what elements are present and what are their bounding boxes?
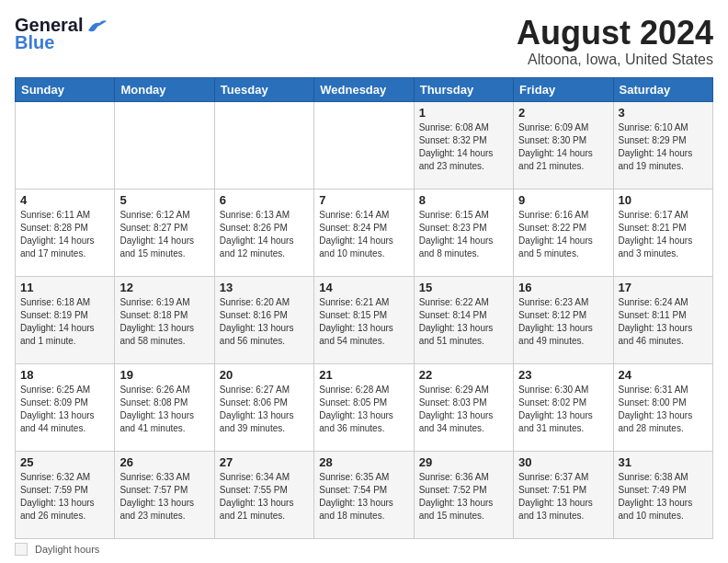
calendar-cell: 28Sunrise: 6:35 AM Sunset: 7:54 PM Dayli… bbox=[314, 451, 414, 538]
day-info: Sunrise: 6:24 AM Sunset: 8:11 PM Dayligh… bbox=[619, 296, 708, 348]
title-block: August 2024 Altoona, Iowa, United States bbox=[517, 15, 713, 68]
day-number: 5 bbox=[119, 193, 209, 207]
calendar-header-thursday: Thursday bbox=[414, 77, 513, 101]
day-info: Sunrise: 6:22 AM Sunset: 8:14 PM Dayligh… bbox=[419, 296, 508, 348]
calendar-cell: 14Sunrise: 6:21 AM Sunset: 8:15 PM Dayli… bbox=[314, 276, 414, 363]
day-number: 22 bbox=[419, 368, 508, 382]
daylight-box-icon bbox=[15, 543, 28, 556]
calendar-cell: 18Sunrise: 6:25 AM Sunset: 8:09 PM Dayli… bbox=[16, 363, 115, 451]
day-number: 12 bbox=[119, 281, 209, 294]
calendar-cell: 5Sunrise: 6:12 AM Sunset: 8:27 PM Daylig… bbox=[115, 189, 214, 276]
calendar-header-row: SundayMondayTuesdayWednesdayThursdayFrid… bbox=[16, 77, 713, 101]
calendar-cell: 27Sunrise: 6:34 AM Sunset: 7:55 PM Dayli… bbox=[214, 451, 313, 538]
page-subtitle: Altoona, Iowa, United States bbox=[517, 52, 713, 68]
calendar-cell: 16Sunrise: 6:23 AM Sunset: 8:12 PM Dayli… bbox=[514, 276, 613, 363]
day-number: 17 bbox=[619, 281, 708, 294]
calendar-cell: 2Sunrise: 6:09 AM Sunset: 8:30 PM Daylig… bbox=[514, 101, 613, 189]
day-number: 4 bbox=[20, 193, 109, 207]
calendar-week-1: 1Sunrise: 6:08 AM Sunset: 8:32 PM Daylig… bbox=[16, 101, 713, 189]
day-info: Sunrise: 6:17 AM Sunset: 8:21 PM Dayligh… bbox=[619, 209, 708, 260]
day-number: 16 bbox=[518, 281, 608, 294]
day-info: Sunrise: 6:28 AM Sunset: 8:05 PM Dayligh… bbox=[319, 384, 408, 435]
page: General Blue August 2024 Altoona, Iowa, … bbox=[0, 0, 728, 563]
day-info: Sunrise: 6:13 AM Sunset: 8:26 PM Dayligh… bbox=[220, 209, 309, 260]
calendar-week-3: 11Sunrise: 6:18 AM Sunset: 8:19 PM Dayli… bbox=[16, 276, 713, 363]
day-number: 23 bbox=[518, 368, 608, 382]
calendar-cell bbox=[115, 101, 214, 189]
day-info: Sunrise: 6:16 AM Sunset: 8:22 PM Dayligh… bbox=[518, 209, 608, 260]
calendar-cell: 1Sunrise: 6:08 AM Sunset: 8:32 PM Daylig… bbox=[414, 101, 513, 189]
calendar-cell: 26Sunrise: 6:33 AM Sunset: 7:57 PM Dayli… bbox=[115, 451, 214, 538]
calendar-header-saturday: Saturday bbox=[613, 77, 712, 101]
day-info: Sunrise: 6:18 AM Sunset: 8:19 PM Dayligh… bbox=[20, 296, 109, 348]
footer: Daylight hours bbox=[15, 543, 713, 556]
day-number: 28 bbox=[319, 455, 408, 469]
day-info: Sunrise: 6:35 AM Sunset: 7:54 PM Dayligh… bbox=[319, 471, 408, 523]
calendar-header-monday: Monday bbox=[115, 77, 214, 101]
day-number: 25 bbox=[20, 455, 109, 469]
calendar-cell: 9Sunrise: 6:16 AM Sunset: 8:22 PM Daylig… bbox=[514, 189, 613, 276]
day-info: Sunrise: 6:19 AM Sunset: 8:18 PM Dayligh… bbox=[119, 296, 209, 348]
day-number: 18 bbox=[20, 368, 109, 382]
logo: General Blue bbox=[15, 15, 107, 53]
day-info: Sunrise: 6:30 AM Sunset: 8:02 PM Dayligh… bbox=[518, 384, 608, 435]
day-info: Sunrise: 6:21 AM Sunset: 8:15 PM Dayligh… bbox=[319, 296, 408, 348]
calendar-cell: 22Sunrise: 6:29 AM Sunset: 8:03 PM Dayli… bbox=[414, 363, 513, 451]
calendar-week-4: 18Sunrise: 6:25 AM Sunset: 8:09 PM Dayli… bbox=[16, 363, 713, 451]
calendar-cell: 7Sunrise: 6:14 AM Sunset: 8:24 PM Daylig… bbox=[314, 189, 414, 276]
calendar-cell bbox=[314, 101, 414, 189]
calendar-cell: 31Sunrise: 6:38 AM Sunset: 7:49 PM Dayli… bbox=[613, 451, 712, 538]
calendar-header-friday: Friday bbox=[514, 77, 613, 101]
day-number: 24 bbox=[619, 368, 708, 382]
day-number: 9 bbox=[518, 193, 608, 207]
day-number: 27 bbox=[220, 455, 309, 469]
calendar-cell: 23Sunrise: 6:30 AM Sunset: 8:02 PM Dayli… bbox=[514, 363, 613, 451]
day-number: 11 bbox=[20, 281, 109, 294]
calendar-cell: 17Sunrise: 6:24 AM Sunset: 8:11 PM Dayli… bbox=[613, 276, 712, 363]
calendar-cell bbox=[16, 101, 115, 189]
calendar-cell: 29Sunrise: 6:36 AM Sunset: 7:52 PM Dayli… bbox=[414, 451, 513, 538]
calendar-cell: 19Sunrise: 6:26 AM Sunset: 8:08 PM Dayli… bbox=[115, 363, 214, 451]
calendar-cell: 11Sunrise: 6:18 AM Sunset: 8:19 PM Dayli… bbox=[16, 276, 115, 363]
daylight-label: Daylight hours bbox=[35, 544, 99, 555]
day-number: 30 bbox=[518, 455, 608, 469]
day-number: 14 bbox=[319, 281, 408, 294]
day-number: 21 bbox=[319, 368, 408, 382]
day-number: 3 bbox=[619, 106, 708, 120]
day-info: Sunrise: 6:14 AM Sunset: 8:24 PM Dayligh… bbox=[319, 209, 408, 260]
day-info: Sunrise: 6:20 AM Sunset: 8:16 PM Dayligh… bbox=[220, 296, 309, 348]
header: General Blue August 2024 Altoona, Iowa, … bbox=[15, 15, 713, 68]
day-number: 2 bbox=[518, 106, 608, 120]
calendar-cell: 10Sunrise: 6:17 AM Sunset: 8:21 PM Dayli… bbox=[613, 189, 712, 276]
day-info: Sunrise: 6:09 AM Sunset: 8:30 PM Dayligh… bbox=[518, 121, 608, 173]
day-info: Sunrise: 6:15 AM Sunset: 8:23 PM Dayligh… bbox=[419, 209, 508, 260]
calendar-cell: 30Sunrise: 6:37 AM Sunset: 7:51 PM Dayli… bbox=[514, 451, 613, 538]
calendar-cell bbox=[214, 101, 313, 189]
day-number: 10 bbox=[619, 193, 708, 207]
calendar-cell: 12Sunrise: 6:19 AM Sunset: 8:18 PM Dayli… bbox=[115, 276, 214, 363]
calendar-header-wednesday: Wednesday bbox=[314, 77, 414, 101]
day-number: 19 bbox=[119, 368, 209, 382]
day-info: Sunrise: 6:12 AM Sunset: 8:27 PM Dayligh… bbox=[119, 209, 209, 260]
day-info: Sunrise: 6:10 AM Sunset: 8:29 PM Dayligh… bbox=[619, 121, 708, 173]
calendar-cell: 21Sunrise: 6:28 AM Sunset: 8:05 PM Dayli… bbox=[314, 363, 414, 451]
day-info: Sunrise: 6:37 AM Sunset: 7:51 PM Dayligh… bbox=[518, 471, 608, 523]
day-info: Sunrise: 6:38 AM Sunset: 7:49 PM Dayligh… bbox=[619, 471, 708, 523]
day-number: 1 bbox=[419, 106, 508, 120]
day-info: Sunrise: 6:34 AM Sunset: 7:55 PM Dayligh… bbox=[220, 471, 309, 523]
day-number: 15 bbox=[419, 281, 508, 294]
logo-bird-icon bbox=[86, 17, 107, 34]
logo-blue: Blue bbox=[15, 32, 54, 53]
day-info: Sunrise: 6:11 AM Sunset: 8:28 PM Dayligh… bbox=[20, 209, 109, 260]
calendar-cell: 15Sunrise: 6:22 AM Sunset: 8:14 PM Dayli… bbox=[414, 276, 513, 363]
calendar-week-5: 25Sunrise: 6:32 AM Sunset: 7:59 PM Dayli… bbox=[16, 451, 713, 538]
calendar-cell: 13Sunrise: 6:20 AM Sunset: 8:16 PM Dayli… bbox=[214, 276, 313, 363]
calendar-table: SundayMondayTuesdayWednesdayThursdayFrid… bbox=[15, 77, 713, 539]
day-info: Sunrise: 6:31 AM Sunset: 8:00 PM Dayligh… bbox=[619, 384, 708, 435]
calendar-week-2: 4Sunrise: 6:11 AM Sunset: 8:28 PM Daylig… bbox=[16, 189, 713, 276]
calendar-header-sunday: Sunday bbox=[16, 77, 115, 101]
calendar-cell: 20Sunrise: 6:27 AM Sunset: 8:06 PM Dayli… bbox=[214, 363, 313, 451]
calendar-cell: 6Sunrise: 6:13 AM Sunset: 8:26 PM Daylig… bbox=[214, 189, 313, 276]
day-number: 29 bbox=[419, 455, 508, 469]
day-info: Sunrise: 6:25 AM Sunset: 8:09 PM Dayligh… bbox=[20, 384, 109, 435]
